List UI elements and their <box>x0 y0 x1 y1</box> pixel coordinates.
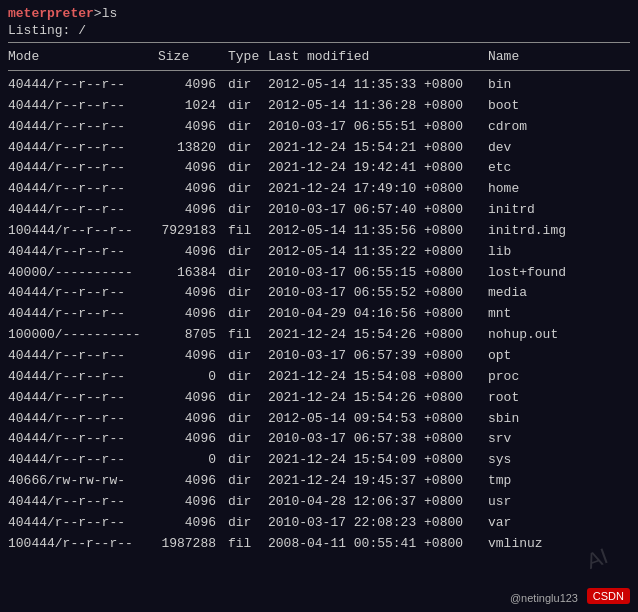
header-size: Size <box>158 49 228 64</box>
table-row: 40444/r--r--r-- 4096 dir 2010-03-17 06:5… <box>8 200 630 221</box>
cell-name: tmp <box>488 472 630 491</box>
cell-modified: 2021-12-24 15:54:21 +0800 <box>268 139 488 158</box>
cell-type: dir <box>228 305 268 324</box>
cell-size: 4096 <box>158 472 228 491</box>
cell-name: vmlinuz <box>488 535 630 554</box>
cell-modified: 2021-12-24 15:54:26 +0800 <box>268 389 488 408</box>
cell-mode: 40444/r--r--r-- <box>8 493 158 512</box>
cell-modified: 2010-03-17 06:55:15 +0800 <box>268 264 488 283</box>
cell-mode: 40444/r--r--r-- <box>8 451 158 470</box>
cell-name: initrd <box>488 201 630 220</box>
cell-type: dir <box>228 201 268 220</box>
cell-mode: 40444/r--r--r-- <box>8 430 158 449</box>
cell-modified: 2010-04-28 12:06:37 +0800 <box>268 493 488 512</box>
cell-mode: 40444/r--r--r-- <box>8 243 158 262</box>
table-row: 40444/r--r--r-- 4096 dir 2010-03-17 06:5… <box>8 283 630 304</box>
cell-name: etc <box>488 159 630 178</box>
cell-size: 4096 <box>158 118 228 137</box>
table-row: 40444/r--r--r-- 4096 dir 2021-12-24 17:4… <box>8 179 630 200</box>
cell-size: 4096 <box>158 514 228 533</box>
cell-size: 4096 <box>158 347 228 366</box>
cell-name: cdrom <box>488 118 630 137</box>
cell-mode: 40444/r--r--r-- <box>8 201 158 220</box>
header-divider <box>8 42 630 43</box>
cell-mode: 40444/r--r--r-- <box>8 76 158 95</box>
cell-modified: 2010-03-17 06:55:52 +0800 <box>268 284 488 303</box>
prompt-label: meterpreter <box>8 6 94 21</box>
table-row: 40444/r--r--r-- 4096 dir 2021-12-24 15:5… <box>8 388 630 409</box>
cell-size: 4096 <box>158 243 228 262</box>
table-row: 40444/r--r--r-- 4096 dir 2010-03-17 06:5… <box>8 117 630 138</box>
cell-type: dir <box>228 410 268 429</box>
table-row: 100444/r--r--r-- 7929183 fil 2012-05-14 … <box>8 221 630 242</box>
cell-mode: 100444/r--r--r-- <box>8 222 158 241</box>
table-row: 40000/---------- 16384 dir 2010-03-17 06… <box>8 263 630 284</box>
cell-name: dev <box>488 139 630 158</box>
cell-type: dir <box>228 264 268 283</box>
cell-type: dir <box>228 97 268 116</box>
cell-type: dir <box>228 347 268 366</box>
header-mode: Mode <box>8 49 158 64</box>
cell-name: boot <box>488 97 630 116</box>
cell-name: opt <box>488 347 630 366</box>
table-row: 40444/r--r--r-- 4096 dir 2012-05-14 11:3… <box>8 75 630 96</box>
cell-modified: 2021-12-24 15:54:09 +0800 <box>268 451 488 470</box>
cell-modified: 2021-12-24 15:54:08 +0800 <box>268 368 488 387</box>
cell-name: nohup.out <box>488 326 630 345</box>
cell-name: srv <box>488 430 630 449</box>
table-row: 40444/r--r--r-- 4096 dir 2021-12-24 19:4… <box>8 158 630 179</box>
cell-modified: 2012-05-14 11:36:28 +0800 <box>268 97 488 116</box>
cell-modified: 2010-04-29 04:16:56 +0800 <box>268 305 488 324</box>
cell-modified: 2010-03-17 06:57:39 +0800 <box>268 347 488 366</box>
cell-size: 1024 <box>158 97 228 116</box>
cell-size: 4096 <box>158 76 228 95</box>
command-label: ls <box>102 6 118 21</box>
cell-modified: 2010-03-17 06:57:38 +0800 <box>268 430 488 449</box>
header-name: Name <box>488 49 630 64</box>
cell-size: 4096 <box>158 201 228 220</box>
cell-size: 13820 <box>158 139 228 158</box>
cell-name: media <box>488 284 630 303</box>
table-row: 40666/rw-rw-rw- 4096 dir 2021-12-24 19:4… <box>8 471 630 492</box>
cell-mode: 40444/r--r--r-- <box>8 118 158 137</box>
cell-mode: 40444/r--r--r-- <box>8 410 158 429</box>
cell-modified: 2010-03-17 06:57:40 +0800 <box>268 201 488 220</box>
cell-name: proc <box>488 368 630 387</box>
cell-mode: 40444/r--r--r-- <box>8 180 158 199</box>
header-modified: Last modified <box>268 49 488 64</box>
cell-mode: 40000/---------- <box>8 264 158 283</box>
cell-name: root <box>488 389 630 408</box>
cell-size: 8705 <box>158 326 228 345</box>
cell-size: 4096 <box>158 159 228 178</box>
cell-type: dir <box>228 368 268 387</box>
cell-modified: 2021-12-24 17:49:10 +0800 <box>268 180 488 199</box>
cell-type: dir <box>228 180 268 199</box>
cell-modified: 2012-05-14 11:35:33 +0800 <box>268 76 488 95</box>
data-divider <box>8 70 630 71</box>
cell-mode: 100444/r--r--r-- <box>8 535 158 554</box>
table-row: 40444/r--r--r-- 13820 dir 2021-12-24 15:… <box>8 138 630 159</box>
cell-name: bin <box>488 76 630 95</box>
cell-name: sys <box>488 451 630 470</box>
cell-size: 4096 <box>158 305 228 324</box>
table-row: 40444/r--r--r-- 4096 dir 2012-05-14 09:5… <box>8 409 630 430</box>
cell-mode: 40444/r--r--r-- <box>8 139 158 158</box>
listing-label: Listing: / <box>8 23 630 38</box>
terminal-window: meterpreter > ls Listing: / Mode Size Ty… <box>0 0 638 612</box>
cell-type: fil <box>228 535 268 554</box>
table-row: 40444/r--r--r-- 0 dir 2021-12-24 15:54:0… <box>8 450 630 471</box>
cell-name: initrd.img <box>488 222 630 241</box>
cell-mode: 40444/r--r--r-- <box>8 97 158 116</box>
cell-type: dir <box>228 430 268 449</box>
cell-type: dir <box>228 284 268 303</box>
cell-modified: 2012-05-14 11:35:56 +0800 <box>268 222 488 241</box>
cell-modified: 2012-05-14 09:54:53 +0800 <box>268 410 488 429</box>
cell-type: fil <box>228 222 268 241</box>
cell-size: 0 <box>158 368 228 387</box>
table-row: 40444/r--r--r-- 1024 dir 2012-05-14 11:3… <box>8 96 630 117</box>
cell-size: 1987288 <box>158 535 228 554</box>
cell-name: var <box>488 514 630 533</box>
cell-mode: 40444/r--r--r-- <box>8 159 158 178</box>
cell-size: 4096 <box>158 493 228 512</box>
cell-mode: 40444/r--r--r-- <box>8 389 158 408</box>
